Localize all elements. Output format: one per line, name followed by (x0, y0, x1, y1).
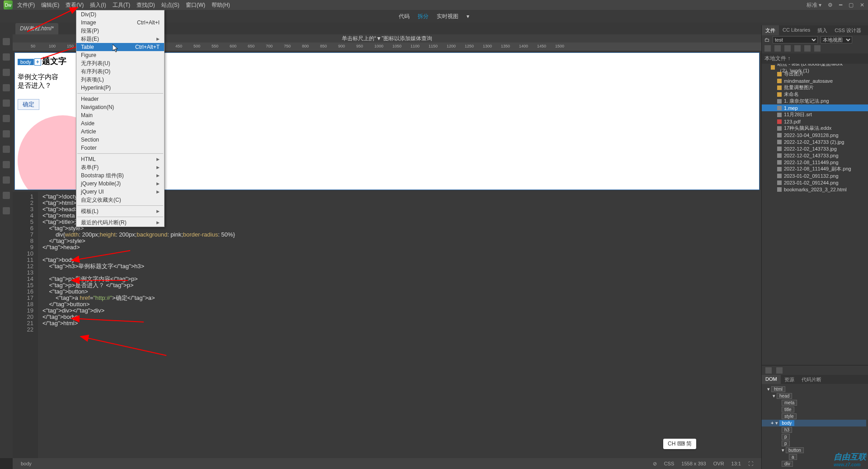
view-live[interactable]: 实时视图 (437, 13, 458, 20)
dom-a[interactable]: a (789, 454, 797, 460)
file-row[interactable]: 11月28日.srt (762, 111, 868, 118)
tab-document[interactable]: DW教程.html* (15, 23, 58, 34)
tool-10[interactable] (3, 176, 10, 184)
menu-item-p[interactable]: 段落(P) (76, 27, 164, 35)
dom-p1[interactable]: p (782, 434, 790, 440)
tool-4[interactable] (3, 84, 10, 91)
snippets-tab[interactable]: 代码片断 (798, 375, 825, 384)
file-row[interactable]: 2022-12-02_143733.jpg (762, 145, 868, 152)
tool-6[interactable] (3, 115, 10, 122)
file-action-4[interactable] (794, 45, 801, 52)
breadcrumb-body[interactable]: body (21, 461, 32, 466)
dom-p2[interactable]: p (782, 441, 790, 446)
menu-item-footer[interactable]: Footer (76, 144, 164, 152)
file-row[interactable]: bookmarks_2023_3_22.html (762, 186, 868, 193)
menu-item-header[interactable]: Header (76, 95, 164, 103)
tool-11[interactable] (3, 192, 10, 199)
tool-8[interactable] (3, 146, 10, 153)
panel-tab-insert[interactable]: 插入 (814, 25, 831, 35)
file-row[interactable]: 2022-12-02_143733 (2).jpg (762, 138, 868, 145)
site-select[interactable]: test (773, 36, 818, 43)
menu-item-divd[interactable]: Div(D) (76, 10, 164, 19)
preview-confirm-button[interactable]: 确定 (18, 99, 39, 110)
dom-html[interactable]: html (771, 386, 785, 392)
menu-edit[interactable]: 编辑(E) (41, 1, 59, 9)
menu-insert[interactable]: 插入(I) (90, 1, 106, 9)
menu-item-f[interactable]: 表单(F)▶ (76, 163, 164, 171)
view-split[interactable]: 拆分 (418, 13, 429, 20)
file-row[interactable]: 2022-12-08_111449_副本.png (762, 166, 868, 172)
menu-item-jquerymobilej[interactable]: jQuery Mobile(J)▶ (76, 180, 164, 188)
menu-item-c[interactable]: 自定义收藏夹(C) (76, 196, 164, 204)
menu-tools[interactable]: 工具(T) (113, 1, 130, 9)
menu-item-o[interactable]: 有序列表(O) (76, 67, 164, 76)
link-icon[interactable] (765, 367, 772, 374)
file-action-1[interactable] (764, 45, 771, 52)
file-row[interactable]: 未命名 (762, 91, 868, 98)
file-row[interactable]: 123.pdf (762, 118, 868, 125)
file-refresh-icon[interactable] (814, 45, 821, 52)
panel-tab-cc[interactable]: CC Libraries (779, 25, 814, 35)
menu-item-l[interactable]: 列表项(L) (76, 76, 164, 84)
code-view[interactable]: 1 2 3 4 5 6 7 8 9 10 11 12 13 14 15 16 1… (13, 192, 761, 458)
tool-2[interactable] (3, 53, 10, 61)
view-live-dropdown-icon[interactable]: ▾ (467, 13, 469, 19)
tool-7[interactable] (3, 130, 10, 137)
menu-help[interactable]: 帮助(H) (212, 1, 230, 9)
dom-title[interactable]: title (782, 407, 794, 412)
file-action-2[interactable] (774, 45, 781, 52)
view-select[interactable]: 本地视图 (821, 36, 852, 43)
menu-item-image[interactable]: ImageCtrl+Alt+I (76, 19, 164, 27)
file-action-5[interactable] (804, 45, 811, 52)
menu-item-html[interactable]: HTML▶ (76, 155, 164, 163)
dom-style[interactable]: style (782, 413, 797, 419)
menu-item-aside[interactable]: Aside (76, 119, 164, 128)
menu-item-r[interactable]: 最近的代码片断(R)▶ (76, 218, 164, 227)
dom-body[interactable]: body (779, 420, 795, 426)
file-row[interactable]: 17种头脑风暴法.eddx (762, 125, 868, 132)
menu-window[interactable]: 窗口(W) (186, 1, 205, 9)
view-code[interactable]: 代码 (399, 13, 410, 20)
dom-tab[interactable]: DOM (762, 375, 781, 384)
tool-1[interactable] (3, 38, 10, 45)
menu-item-bootstrapb[interactable]: Bootstrap 组件(B)▶ (76, 171, 164, 180)
menu-item-u[interactable]: 无序列表(U) (76, 59, 164, 67)
dom-head[interactable]: head (777, 393, 792, 399)
menu-item-hyperlinkp[interactable]: Hyperlink(P) (76, 84, 164, 92)
panel-tab-css[interactable]: CSS 设计器 (831, 25, 865, 35)
panel-tab-files[interactable]: 文件 (762, 25, 779, 35)
file-row[interactable]: 1.mep (762, 104, 868, 111)
code-lines[interactable]: <"tag">!doctype html> <"tag">html> <"tag… (38, 192, 235, 458)
status-error-icon[interactable]: ⊘ (653, 461, 657, 467)
status-css-dropdown[interactable]: CSS (664, 461, 675, 466)
tool-3[interactable] (3, 69, 10, 76)
element-badge-body[interactable]: body (18, 59, 34, 65)
element-badge-plus-icon[interactable]: + (34, 58, 41, 66)
tool-9[interactable] (3, 161, 10, 168)
status-expand-icon[interactable]: ⛶ (748, 461, 753, 466)
dom-collapse-icon[interactable]: ▾ (773, 393, 775, 398)
dom-collapse-icon[interactable]: ▾ (775, 420, 778, 426)
settings-icon[interactable]: ⚙ (828, 2, 833, 8)
file-row[interactable]: 1. 康奈尔笔记法.png (762, 98, 868, 104)
menu-item-table[interactable]: TableCtrl+Alt+T (76, 43, 164, 51)
menu-file[interactable]: 文件(F) (17, 1, 35, 9)
file-row[interactable]: 2023-01-02_091132.png (762, 172, 868, 179)
dom-meta[interactable]: meta (782, 400, 797, 406)
file-row[interactable]: 2022-10-04_093128.png (762, 132, 868, 138)
file-tree[interactable]: 站点 - test (D:\tools\桌面\work（2）\work (1) … (762, 64, 868, 365)
menu-item-navigationn[interactable]: Navigation(N) (76, 103, 164, 111)
maximize-icon[interactable]: ▢ (849, 2, 854, 8)
site-icon[interactable]: 🗀 (764, 37, 770, 43)
dom-h3[interactable]: h3 (782, 427, 792, 433)
file-row[interactable]: mindmaster_autosave (762, 77, 868, 84)
dom-div[interactable]: div (782, 461, 793, 467)
menu-item-main[interactable]: Main (76, 111, 164, 119)
menu-item-jqueryui[interactable]: jQuery UI▶ (76, 188, 164, 196)
file-row[interactable]: 批量调整图片 (762, 84, 868, 91)
dom-add-icon[interactable]: + (771, 420, 774, 426)
dom-collapse-icon[interactable]: ▾ (767, 386, 770, 392)
file-row[interactable]: 2022-12-08_111449.png (762, 159, 868, 166)
menu-find[interactable]: 查找(D) (137, 1, 155, 9)
insert-menu-dropdown[interactable]: Div(D)ImageCtrl+Alt+I段落(P)标题(E)▶TableCtr… (76, 10, 165, 227)
